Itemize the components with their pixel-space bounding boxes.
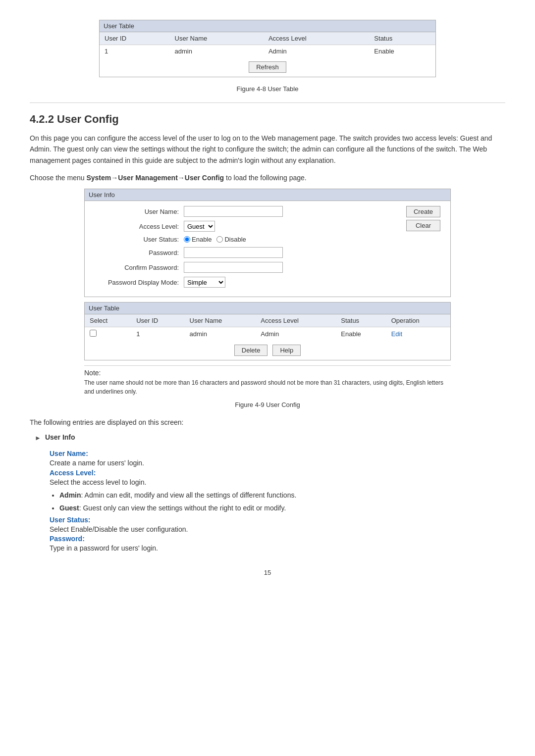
enable-label: Enable bbox=[192, 236, 212, 243]
help-button[interactable]: Help bbox=[272, 345, 301, 356]
clear-button[interactable]: Clear bbox=[406, 220, 440, 231]
form-row-confirm-password: Confirm Password: bbox=[95, 262, 440, 273]
form-row-password: Password: bbox=[95, 247, 440, 258]
user-table-title: User Table bbox=[100, 20, 435, 32]
entry-password-label: Password: bbox=[50, 535, 505, 543]
form-buttons: Create Clear bbox=[406, 206, 440, 231]
access-level-label: Access Level: bbox=[95, 223, 184, 230]
user-info-section: ► User Info bbox=[30, 433, 505, 442]
disable-radio[interactable] bbox=[216, 236, 223, 243]
cell-operation: Edit bbox=[386, 327, 450, 341]
note-text: The user name should not be more than 16… bbox=[84, 378, 451, 396]
list-item-guest: Guest: Guest only can view the settings … bbox=[59, 503, 505, 513]
entry-access: Access Level: Select the access level to… bbox=[50, 469, 505, 514]
section-description: On this page you can configure the acces… bbox=[30, 133, 505, 166]
form-row-username: User Name: bbox=[95, 206, 440, 217]
status-radio-group: Enable Disable bbox=[184, 236, 246, 243]
config-form-body: Create Clear User Name: Access Level: Gu… bbox=[85, 201, 450, 297]
section-heading: 4.2.2 User Config bbox=[30, 113, 505, 126]
edit-link[interactable]: Edit bbox=[391, 330, 402, 338]
cell-userid: 1 bbox=[100, 45, 170, 58]
confirm-password-input[interactable] bbox=[184, 262, 283, 273]
access-level-list: Admin: Admin can edit, modify and view a… bbox=[50, 490, 505, 514]
entry-access-label: Access Level: bbox=[50, 469, 505, 477]
entry-username: User Name: Create a name for users' logi… bbox=[50, 450, 505, 468]
figure9-container: User Info Create Clear User Name: Access… bbox=[30, 189, 505, 408]
password-display-label: Password Display Mode: bbox=[95, 279, 184, 286]
entry-username-label: User Name: bbox=[50, 450, 505, 457]
col-userid2: User ID bbox=[131, 314, 184, 327]
password-input[interactable] bbox=[184, 247, 283, 258]
cell-status: Enable bbox=[369, 45, 435, 58]
col-userid: User ID bbox=[100, 32, 170, 45]
user-info-title: User Info bbox=[85, 189, 450, 201]
list-item-admin: Admin: Admin can edit, modify and view a… bbox=[59, 490, 505, 501]
user-table-figure8: User Table User ID User Name Access Leve… bbox=[99, 20, 436, 77]
user-info-heading: User Info bbox=[45, 433, 75, 441]
entries-list: User Name: Create a name for users' logi… bbox=[30, 450, 505, 554]
user-status-label: User Status: bbox=[95, 236, 184, 243]
delete-button[interactable]: Delete bbox=[234, 345, 268, 356]
disable-radio-label[interactable]: Disable bbox=[216, 236, 246, 243]
form-row-status: User Status: Enable Disable bbox=[95, 236, 440, 243]
cell-access2: Admin bbox=[256, 327, 336, 341]
figure8-caption: Figure 4-8 User Table bbox=[237, 85, 299, 93]
note-title: Note: bbox=[84, 369, 101, 377]
page-number: 15 bbox=[30, 569, 505, 576]
cell-userid2: 1 bbox=[131, 327, 184, 341]
config-table-title: User Table bbox=[85, 302, 450, 314]
user-info-form: User Info Create Clear User Name: Access… bbox=[84, 189, 451, 297]
refresh-row: Refresh bbox=[100, 57, 435, 77]
col-username2: User Name bbox=[185, 314, 256, 327]
cell-username: admin bbox=[170, 45, 264, 58]
col-select: Select bbox=[85, 314, 131, 327]
note-section: Note: The user name should not be more t… bbox=[84, 365, 451, 396]
cell-access: Admin bbox=[264, 45, 369, 58]
confirm-password-label: Confirm Password: bbox=[95, 264, 184, 271]
figure-8-container: User Table User ID User Name Access Leve… bbox=[30, 20, 505, 93]
entry-username-value: Create a name for users' login. bbox=[50, 457, 505, 468]
create-button[interactable]: Create bbox=[406, 206, 440, 217]
figure9-caption: Figure 4-9 User Config bbox=[235, 401, 300, 408]
table-btn-row: Delete Help bbox=[85, 341, 450, 360]
divider1 bbox=[30, 102, 505, 103]
form-row-password-display: Password Display Mode: Simple Advanced bbox=[95, 277, 440, 288]
username-input[interactable] bbox=[184, 206, 283, 217]
row-checkbox[interactable] bbox=[90, 330, 97, 337]
enable-radio[interactable] bbox=[184, 236, 190, 243]
entry-status: User Status: Select Enable/Disable the u… bbox=[50, 516, 505, 535]
col-access2: Access Level bbox=[256, 314, 336, 327]
col-operation: Operation bbox=[386, 314, 450, 327]
disable-label: Disable bbox=[224, 236, 246, 243]
cell-select bbox=[85, 327, 131, 341]
col-access: Access Level bbox=[264, 32, 369, 45]
col-status2: Status bbox=[336, 314, 386, 327]
access-level-select[interactable]: Guest Admin bbox=[184, 221, 215, 232]
entry-access-value: Select the access level to login. Admin:… bbox=[50, 477, 505, 514]
table-row: 1 admin Admin Enable bbox=[100, 45, 435, 58]
table-row: 1 admin Admin Enable Edit bbox=[85, 327, 450, 341]
entry-password-value: Type in a password for users' login. bbox=[50, 543, 505, 554]
nav-instruction: Choose the menu System→User Management→U… bbox=[30, 174, 505, 182]
cell-username2: admin bbox=[185, 327, 256, 341]
arrow-icon: ► bbox=[35, 434, 41, 442]
col-status: Status bbox=[369, 32, 435, 45]
user-table-config: User Table Select User ID User Name Acce… bbox=[84, 302, 451, 360]
col-username: User Name bbox=[170, 32, 264, 45]
enable-radio-label[interactable]: Enable bbox=[184, 236, 212, 243]
entry-status-label: User Status: bbox=[50, 516, 505, 524]
password-display-select[interactable]: Simple Advanced bbox=[184, 277, 225, 288]
password-label: Password: bbox=[95, 249, 184, 256]
username-label: User Name: bbox=[95, 208, 184, 215]
form-row-access: Access Level: Guest Admin bbox=[95, 221, 440, 232]
entries-intro: The following entries are displayed on t… bbox=[30, 418, 505, 426]
entry-password: Password: Type in a password for users' … bbox=[50, 535, 505, 554]
cell-status2: Enable bbox=[336, 327, 386, 341]
refresh-button[interactable]: Refresh bbox=[249, 61, 286, 73]
entry-status-value: Select Enable/Disable the user configura… bbox=[50, 524, 505, 535]
